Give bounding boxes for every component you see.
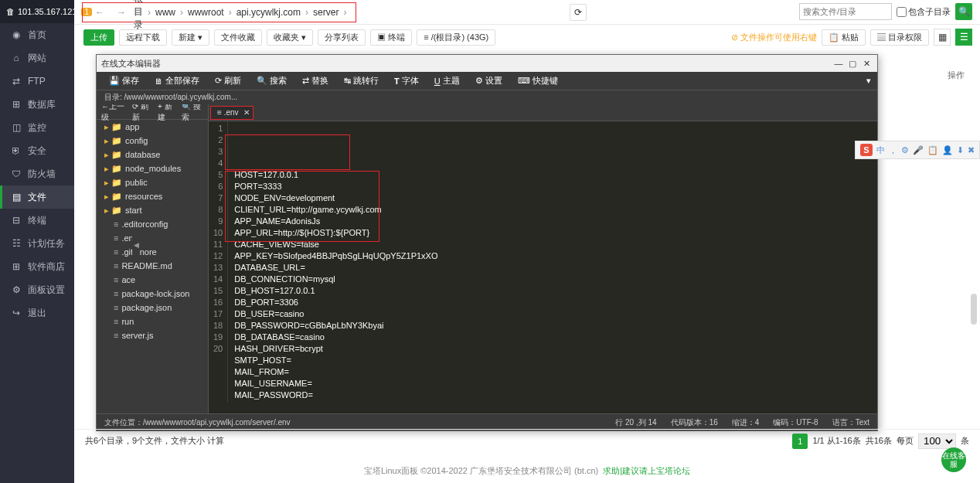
ed-fast[interactable]: ⌨ 快捷键: [512, 75, 564, 87]
sidebar-label: 安全: [28, 145, 46, 158]
ime-btn[interactable]: ⬇: [957, 145, 964, 155]
sidebar-item-8[interactable]: ⊟终端: [0, 209, 74, 232]
sidebar-item-0[interactable]: ◉首页: [0, 23, 74, 46]
refresh-icon[interactable]: ⟳: [570, 4, 587, 21]
sidebar-item-9[interactable]: ☷计划任务: [0, 232, 74, 255]
tree-item[interactable]: ▸ 📁 resources: [97, 189, 208, 203]
sidebar-item-4[interactable]: ◫监控: [0, 116, 74, 139]
view-list-icon[interactable]: ☰: [955, 29, 972, 46]
ed-font[interactable]: T 字体: [388, 75, 425, 87]
include-subdir-checkbox[interactable]: 包含子目录: [897, 6, 951, 18]
file-icon: ≡: [114, 303, 118, 312]
tab-close-icon[interactable]: ✕: [243, 108, 250, 117]
sidebar-label: 计划任务: [28, 237, 65, 250]
ime-btn[interactable]: ⚙: [901, 145, 909, 155]
close-icon[interactable]: ✕: [860, 58, 873, 69]
nav-fwd-icon[interactable]: →: [111, 7, 132, 18]
ime-btn[interactable]: 🎤: [913, 145, 924, 155]
sidebar-icon: ◉: [11, 29, 22, 40]
tree-find[interactable]: 🔍 搜索: [182, 104, 203, 123]
favbox-button[interactable]: 收藏夹 ▾: [267, 29, 313, 46]
share-list-button[interactable]: 分享列表: [318, 29, 366, 46]
tree-item[interactable]: ≡ package-lock.json: [97, 287, 208, 301]
crumb[interactable]: api.ycywlkj.com: [235, 7, 302, 18]
terminal-button[interactable]: ▣ 终端: [370, 29, 412, 46]
perm-button[interactable]: ▤ 目录权限: [870, 29, 929, 46]
ed-replace[interactable]: ⇄ 替换: [296, 75, 335, 87]
tree-item[interactable]: ▸ 📁 config: [97, 134, 208, 148]
tab-env[interactable]: ≡ .env ✕: [210, 106, 254, 120]
sidebar-item-10[interactable]: ⊞软件商店: [0, 255, 74, 278]
sidebar-item-11[interactable]: ⚙面板设置: [0, 278, 74, 301]
sidebar-item-1[interactable]: ⌂网站: [0, 46, 74, 70]
code-area[interactable]: 1 2 3 4 5 6 7 8 9 10 11 12 13 14 15 16 1…: [209, 121, 877, 413]
crumb[interactable]: wwwroot: [186, 7, 226, 18]
breadcrumb: ← → 根目录 ›www›wwwroot›api.ycywlkj.com›ser…: [82, 2, 356, 22]
tree-item[interactable]: ▸ 📁 public: [97, 175, 208, 189]
sidebar-item-6[interactable]: 🛡防火墙: [0, 162, 74, 185]
tree-item[interactable]: ▸ 📁 node_modules: [97, 162, 208, 175]
tree-item[interactable]: ▸ 📁 start: [97, 203, 208, 217]
ime-btn[interactable]: 中: [876, 145, 885, 156]
dirsize-button[interactable]: ≡ /(根目录) (43G): [417, 29, 495, 46]
crumb[interactable]: www: [154, 7, 177, 18]
tree-item[interactable]: ≡ package.json: [97, 301, 208, 315]
tree-item[interactable]: ≡ .gitignore: [97, 245, 208, 259]
ed-theme[interactable]: U 主题: [428, 75, 466, 87]
ime-btn[interactable]: 👤: [942, 145, 953, 155]
sidebar-item-12[interactable]: ↪退出: [0, 301, 74, 325]
ed-search[interactable]: 🔍 搜索: [250, 75, 293, 87]
folder-icon: ▸ 📁: [104, 136, 122, 146]
tree-item[interactable]: ≡ run: [97, 315, 208, 328]
sidebar-item-3[interactable]: ⊞数据库: [0, 93, 74, 116]
sidebar-item-2[interactable]: ⇄FTP: [0, 70, 74, 93]
tree-new[interactable]: + 新建: [158, 104, 175, 123]
ed-set[interactable]: ⚙ 设置: [469, 75, 509, 87]
max-icon[interactable]: ▢: [846, 58, 859, 69]
fav-button[interactable]: 文件收藏: [214, 29, 262, 46]
ime-logo-icon: S: [860, 144, 873, 156]
sidebar-icon: ⚙: [11, 284, 22, 295]
tree-back[interactable]: ←上一级: [101, 104, 126, 123]
ed-refresh[interactable]: ⟳ 刷新: [209, 75, 247, 87]
upload-button[interactable]: 上传: [83, 29, 114, 46]
main-area: ← → 根目录 ›www›wwwroot›api.ycywlkj.com›ser…: [74, 0, 980, 483]
ed-saveall[interactable]: 🗎 全部保存: [148, 75, 206, 87]
folder-icon: ▸ 📁: [104, 150, 122, 160]
sidebar-label: 监控: [28, 121, 46, 134]
view-grid-icon[interactable]: ▦: [934, 29, 951, 46]
tree-item[interactable]: ≡ ace: [97, 273, 208, 287]
ed-menu-icon[interactable]: ▾: [866, 76, 871, 86]
sidebar-item-5[interactable]: ⛨安全: [0, 139, 74, 162]
ed-goto[interactable]: ↹ 跳转行: [338, 75, 385, 87]
remote-dl-button[interactable]: 远程下载: [119, 29, 167, 46]
tree-refresh[interactable]: ⟳ 刷新: [132, 104, 151, 123]
new-button[interactable]: 新建 ▾: [172, 29, 209, 46]
editor-path: 目录: /www/wwwroot/api.ycywlkj.com...: [97, 90, 877, 104]
search-input[interactable]: [799, 3, 892, 20]
tree-collapse-icon[interactable]: ◀: [132, 232, 140, 258]
ime-btn[interactable]: 📋: [927, 145, 938, 155]
scrollbar-thumb[interactable]: [971, 294, 977, 325]
ime-btn[interactable]: ，: [889, 145, 897, 156]
page-size-select[interactable]: 100: [918, 434, 956, 449]
tree-item[interactable]: ≡ server.js: [97, 328, 208, 342]
tree-item[interactable]: ≡ .editorconfig: [97, 217, 208, 231]
page-1[interactable]: 1: [792, 434, 808, 449]
crumb[interactable]: server: [311, 7, 340, 18]
paste-button[interactable]: 📋 粘贴: [822, 29, 866, 46]
tree-item[interactable]: ▸ 📁 database: [97, 148, 208, 162]
nav-back-icon[interactable]: ←: [89, 7, 111, 18]
editor-status: 文件位置：/www/wwwroot/api.ycywlkj.com/server…: [97, 413, 877, 430]
forum-link[interactable]: 求助|建议请上宝塔论坛: [598, 466, 690, 475]
sidebar-item-7[interactable]: ▤文件: [0, 185, 74, 209]
search-go-button[interactable]: 🔍: [955, 3, 972, 20]
tree-item[interactable]: ≡ README.md: [97, 259, 208, 273]
ime-btn[interactable]: ✖: [968, 145, 975, 155]
each-label: 每页: [897, 435, 914, 447]
min-icon[interactable]: —: [832, 58, 845, 69]
tree-item[interactable]: ≡ .env: [97, 231, 208, 245]
fab-support[interactable]: 在线客服: [941, 447, 966, 472]
ed-save[interactable]: 💾 保存: [103, 75, 145, 87]
file-toolbar: 上传 远程下载 新建 ▾ 文件收藏 收藏夹 ▾ 分享列表 ▣ 终端 ≡ /(根目…: [74, 25, 980, 49]
